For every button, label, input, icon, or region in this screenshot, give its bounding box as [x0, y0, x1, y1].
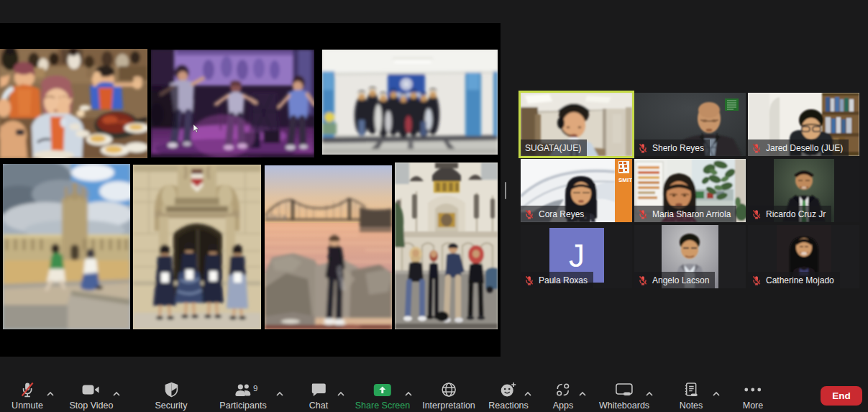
svg-text:SMIT: SMIT	[618, 177, 632, 183]
svg-text:J: J	[569, 238, 585, 273]
